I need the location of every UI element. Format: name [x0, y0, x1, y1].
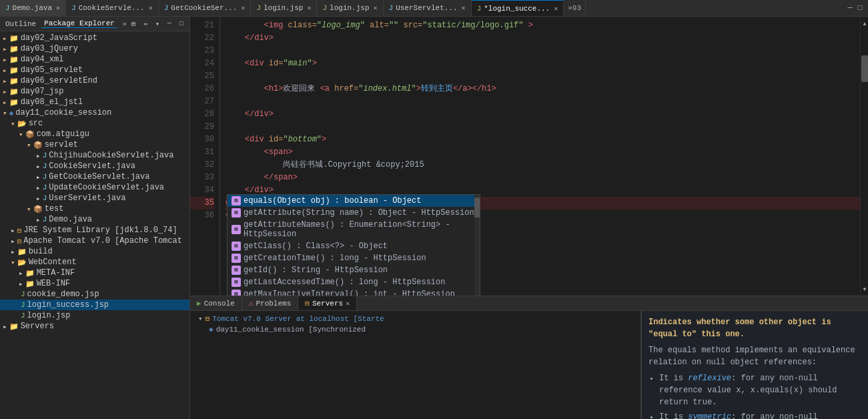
- tab-login-jsp1[interactable]: J login.jsp ✕: [251, 0, 317, 16]
- tree-item-getcookie[interactable]: ▸ J GetCookieServlet.java: [0, 171, 189, 182]
- tree-item-test[interactable]: ▾ 📦 test: [0, 203, 189, 214]
- tab-close-icon[interactable]: ✕: [241, 4, 245, 12]
- tab-login-jsp2[interactable]: J login.jsp ✕: [317, 0, 383, 16]
- problems-tab-label: Problems: [256, 300, 291, 308]
- folder-icon: 📁: [9, 322, 19, 331]
- ac-item-getattribute[interactable]: m getAttribute(String name) : Object - H…: [228, 207, 480, 219]
- jsp-file-icon: J: [322, 4, 327, 12]
- tree-item-day05[interactable]: ▸ 📁 day05_servlet: [0, 65, 189, 75]
- folder-icon: 📁: [25, 280, 35, 288]
- expand-icon: ▾: [11, 258, 15, 267]
- tree-item-jre[interactable]: ▸ ⊟ JRE System Library [jdk1.8.0_74]: [0, 225, 189, 236]
- tree-item-com[interactable]: ▾ 📦 com.atguigu: [0, 129, 189, 139]
- tab-close-icon[interactable]: ✕: [462, 4, 466, 12]
- tree-item-servers[interactable]: ▸ 📁 Servers: [0, 321, 189, 332]
- line-num-36: 36: [190, 210, 214, 222]
- expand-icon: ▾: [3, 109, 7, 117]
- tree-item-src[interactable]: ▾ 📂 src: [0, 118, 189, 129]
- tree-item-cookiedemo[interactable]: J cookie_demo.jsp: [0, 289, 189, 300]
- ac-item-getclass[interactable]: m getClass() : Class<?> - Object: [228, 240, 480, 252]
- tree-item-loginjsp[interactable]: J login.jsp: [0, 310, 189, 321]
- tree-item-chijihua[interactable]: ▸ J ChijihuaCookieServlet.java: [0, 150, 189, 161]
- ac-item-getmaxinactiveinterval[interactable]: m getMaxInactiveInterval() : int - HttpS…: [228, 288, 480, 296]
- tree-item-day11[interactable]: ▾ ◈ day11_cookie_session: [0, 107, 189, 118]
- tab-label: *login_succe...: [484, 5, 550, 13]
- servers-close-icon[interactable]: ✕: [346, 300, 350, 308]
- scroll-up-icon[interactable]: ▲: [861, 17, 868, 30]
- expand-icon: ▸: [36, 194, 41, 203]
- jsp-file-icon: J: [477, 5, 482, 13]
- minimize-panel-icon[interactable]: ─: [164, 19, 175, 29]
- problems-tab[interactable]: ⚠ Problems: [242, 296, 298, 310]
- tab-userservlet[interactable]: J UserServlet... ✕: [384, 0, 472, 16]
- tree-item-servlet[interactable]: ▾ 📦 servlet: [0, 139, 189, 150]
- tab-getcookie[interactable]: J GetCookieSer... ✕: [159, 0, 252, 16]
- tab-close-icon[interactable]: ✕: [149, 4, 153, 12]
- tree-item-loginsuccess[interactable]: J login_success.jsp: [0, 300, 189, 310]
- jsp-file-icon: J: [21, 301, 25, 309]
- tree-item-day04[interactable]: ▸ 📁 day04_xml: [0, 54, 189, 65]
- ac-item-getattributenames[interactable]: m getAttributeNames() : Enumeration<Stri…: [228, 219, 480, 240]
- close-panel-icon[interactable]: ✕: [123, 20, 127, 28]
- tree-item-label: test: [45, 204, 64, 214]
- tab-overflow[interactable]: »93: [564, 0, 586, 16]
- tab-login-success[interactable]: J *login_succe... ✕: [472, 0, 564, 16]
- minimize-icon[interactable]: ─: [845, 3, 855, 13]
- tree-item-build[interactable]: ▸ 📁 build: [0, 246, 189, 257]
- code-line-24: <div id="main">: [226, 57, 863, 70]
- tree-item-demojava[interactable]: ▸ J Demo.java: [0, 214, 189, 225]
- tree-item-label: src: [29, 119, 43, 128]
- tree-item-label: build: [29, 247, 53, 256]
- tree-item-cookieservlet[interactable]: ▸ J CookieServlet.java: [0, 161, 189, 171]
- ac-item-getid[interactable]: m getId() : String - HttpSession: [228, 264, 480, 276]
- tree-item-day02[interactable]: ▸ 📁 day02_JavaScript: [0, 33, 189, 43]
- ac-item-label: getAttributeNames() : Enumeration<String…: [244, 220, 476, 239]
- tree-item-webcontent[interactable]: ▾ 📂 WebContent: [0, 257, 189, 268]
- servers-tree-project[interactable]: ◈ day11_cookie_session [Synchronized: [195, 324, 635, 334]
- package-explorer-tab[interactable]: Package Explorer: [41, 19, 117, 28]
- tree-item-day08[interactable]: ▸ 📁 day08_el_jstl: [0, 97, 189, 107]
- tree-item-day06[interactable]: ▸ 📁 day06_servletEnd: [0, 75, 189, 86]
- tab-close-icon[interactable]: ✕: [307, 4, 311, 12]
- code-editor[interactable]: 21 22 23 24 25 26 27 28 29 30 31 32 33 3…: [190, 17, 868, 296]
- panel-title-area: Outline Package Explorer ✕: [3, 19, 127, 28]
- tree-item-label: day03_jQuery: [21, 44, 78, 53]
- tree-item-webinf[interactable]: ▸ 📁 WEB-INF: [0, 278, 189, 289]
- line-num-26: 26: [190, 83, 214, 95]
- autocomplete-dropdown[interactable]: m equals(Object obj) : boolean - Object …: [227, 194, 480, 296]
- collapse-all-icon[interactable]: ⊞: [128, 19, 139, 29]
- tree-item-metainf[interactable]: ▸ 📁 META-INF: [0, 268, 189, 278]
- panel-menu-icon[interactable]: ▾: [152, 19, 163, 29]
- maximize-icon[interactable]: □: [855, 3, 865, 13]
- line-num-29: 29: [190, 121, 214, 133]
- tab-label: login.jsp: [330, 4, 369, 12]
- ac-item-getcreationtime[interactable]: m getCreationTime() : long - HttpSession: [228, 252, 480, 264]
- tab-close-icon[interactable]: ✕: [554, 5, 558, 13]
- tree-item-day07[interactable]: ▸ 📁 day07_jsp: [0, 86, 189, 97]
- tree-item-updatecookie[interactable]: ▸ J UpdateCookieServlet.java: [0, 182, 189, 193]
- ac-item-equals[interactable]: m equals(Object obj) : boolean - Object: [228, 195, 480, 207]
- console-tab[interactable]: ▶ Console: [190, 296, 242, 310]
- tab-cookie-servlet[interactable]: J CookieServle... ✕: [66, 0, 159, 16]
- tab-demo-java[interactable]: J Demo.java ✕: [0, 0, 66, 16]
- maximize-panel-icon[interactable]: □: [176, 19, 187, 29]
- code-line-33: </span>: [226, 171, 863, 184]
- tree-item-userservlet[interactable]: ▸ J UserServlet.java: [0, 193, 189, 203]
- outline-tab[interactable]: Outline: [3, 20, 39, 28]
- jsp-file-icon: J: [21, 290, 25, 298]
- servers-tab[interactable]: ⊟ Servers ✕: [298, 296, 357, 310]
- link-editor-icon[interactable]: ⇔: [140, 19, 151, 29]
- javadoc-list: It is reflexive: for any non-null refere…: [659, 372, 861, 419]
- folder-icon: 📂: [17, 258, 27, 267]
- tree-item-tomcat[interactable]: ▸ ⊟ Apache Tomcat v7.0 [Apache Tomcat: [0, 236, 189, 246]
- ac-item-getlastaccessedtime[interactable]: m getLastAccessedTime() : long - HttpSes…: [228, 276, 480, 288]
- tree-item-day03[interactable]: ▸ 📁 day03_jQuery: [0, 43, 189, 54]
- tab-close-icon[interactable]: ✕: [374, 4, 378, 12]
- folder-icon: 📁: [9, 98, 19, 107]
- console-tab-label: Console: [204, 300, 235, 308]
- servers-tree-tomcat[interactable]: ▾ ⊟ Tomcat v7.0 Server at localhost [Sta…: [195, 314, 635, 324]
- scroll-down-icon[interactable]: ▼: [861, 282, 868, 296]
- editor-scrollbar[interactable]: ▲ ▼: [860, 17, 868, 296]
- tab-close-icon[interactable]: ✕: [56, 4, 60, 12]
- code-line-28: </div>: [226, 108, 863, 121]
